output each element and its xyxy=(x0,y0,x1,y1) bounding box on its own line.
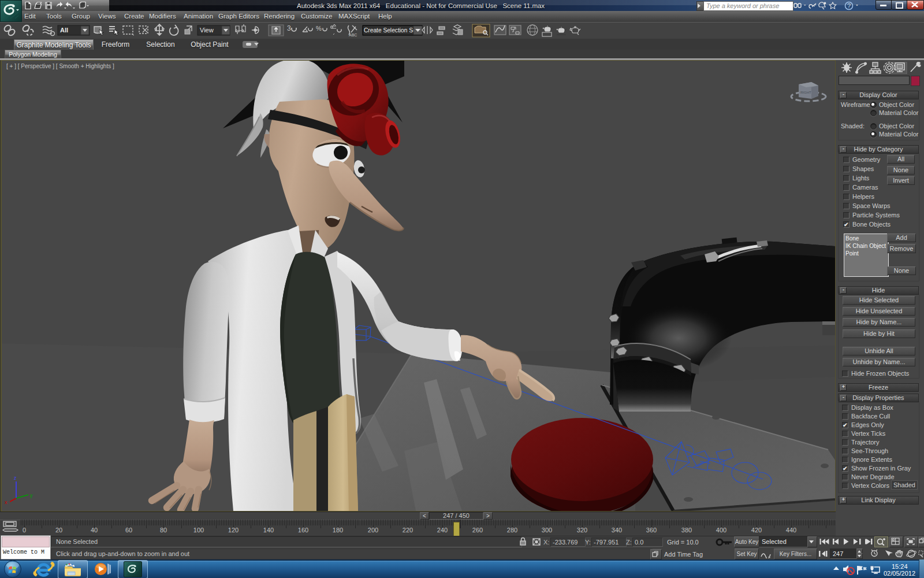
svg-text:?: ? xyxy=(847,2,851,9)
svg-text:View: View xyxy=(200,27,214,34)
svg-text:z: z xyxy=(14,475,17,481)
svg-text:RIGHT: RIGHT xyxy=(800,91,811,94)
svg-text:x: x xyxy=(5,499,8,505)
svg-text:%: % xyxy=(316,25,322,32)
svg-text:02/05/2012: 02/05/2012 xyxy=(884,570,915,576)
svg-text:[ + ] [ Perspective ] [ Smooth: [ + ] [ Perspective ] [ Smooth + Highlig… xyxy=(6,63,114,69)
svg-text:3: 3 xyxy=(287,24,291,32)
svg-text:Create Selection Se: Create Selection Se xyxy=(364,27,416,34)
svg-text:All: All xyxy=(60,27,68,34)
svg-text:15:24: 15:24 xyxy=(892,564,908,570)
svg-text:ABC: ABC xyxy=(349,33,357,37)
svg-text:y: y xyxy=(30,492,33,498)
